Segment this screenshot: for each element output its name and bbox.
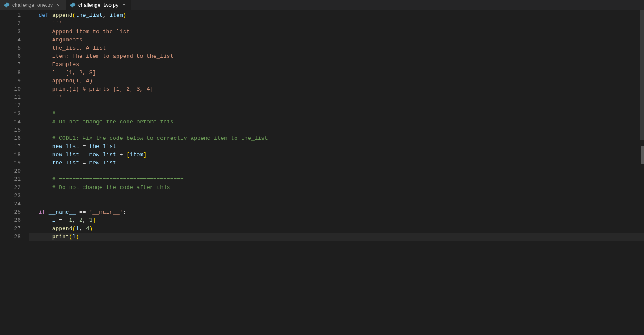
code-line[interactable] bbox=[29, 167, 644, 175]
line-number: 17 bbox=[0, 142, 29, 151]
token-op bbox=[38, 225, 52, 232]
code-line[interactable]: if __name__ == '__main__': bbox=[29, 208, 644, 216]
code-line[interactable]: # ===================================== bbox=[29, 175, 644, 183]
token-brk: [ bbox=[66, 217, 69, 224]
token-str: '__main__' bbox=[89, 209, 123, 215]
code-line[interactable]: the_list = new_list bbox=[29, 159, 644, 167]
token-str: Arguments bbox=[52, 37, 83, 43]
token-op: : bbox=[126, 12, 130, 19]
code-line[interactable]: Arguments bbox=[29, 36, 644, 44]
token-str: l = [1, 2, 3] bbox=[52, 70, 96, 76]
tab-challenge_one-py[interactable]: challenge_one.py bbox=[0, 0, 66, 10]
code-line[interactable]: # CODE1: Fix the code below to correctly… bbox=[29, 134, 644, 142]
token-fn: append bbox=[52, 12, 73, 19]
code-area[interactable]: def append(the_list, item): ''' Append i… bbox=[29, 10, 644, 335]
token-op: = bbox=[55, 217, 65, 224]
token-brk: ) bbox=[76, 234, 79, 240]
token-kw: def bbox=[38, 12, 52, 19]
line-number: 5 bbox=[0, 44, 29, 52]
code-line[interactable] bbox=[29, 192, 644, 200]
token-var: l bbox=[76, 225, 79, 232]
token-str: print(l) # prints [1, 2, 3, 4] bbox=[52, 86, 153, 92]
token-cmt: # ===================================== bbox=[52, 111, 184, 117]
token-op bbox=[38, 152, 52, 158]
token-op bbox=[38, 119, 52, 125]
token-str: item: The item to append to the_list bbox=[52, 53, 174, 60]
line-number: 11 bbox=[0, 93, 29, 101]
token-op bbox=[38, 176, 52, 183]
scrollbar-thumb[interactable] bbox=[640, 10, 644, 140]
code-line[interactable]: item: The item to append to the_list bbox=[29, 52, 644, 60]
token-var: new_list bbox=[52, 143, 79, 150]
line-number: 12 bbox=[0, 101, 29, 110]
token-cmt: # Do not change the code before this bbox=[52, 119, 174, 125]
token-op bbox=[38, 20, 52, 27]
code-line[interactable]: print(l) bbox=[29, 233, 644, 241]
close-icon[interactable] bbox=[121, 2, 127, 8]
token-op bbox=[38, 86, 52, 92]
token-str: Append item to the_list bbox=[52, 28, 130, 35]
token-kw2: if bbox=[38, 209, 45, 215]
token-num: 2 bbox=[79, 217, 83, 224]
token-op bbox=[38, 184, 52, 191]
code-line[interactable] bbox=[29, 126, 644, 134]
token-str: ''' bbox=[52, 20, 62, 27]
code-line[interactable]: # Do not change the code before this bbox=[29, 118, 644, 126]
line-number-gutter: 1234567891011121314151617181920212223242… bbox=[0, 10, 29, 335]
tab-label: challenge_two.py bbox=[78, 2, 118, 8]
line-number: 9 bbox=[0, 77, 29, 85]
code-line[interactable]: the_list: A list bbox=[29, 44, 644, 52]
line-number: 14 bbox=[0, 118, 29, 126]
line-number: 16 bbox=[0, 134, 29, 142]
overview-ruler-mark bbox=[641, 146, 644, 164]
token-var: new_list bbox=[52, 152, 79, 158]
token-op bbox=[38, 111, 52, 117]
line-number: 26 bbox=[0, 216, 29, 224]
token-op bbox=[38, 160, 52, 166]
close-icon[interactable] bbox=[55, 2, 61, 8]
code-line[interactable]: l = [1, 2, 3] bbox=[29, 69, 644, 77]
code-line[interactable]: ''' bbox=[29, 19, 644, 28]
code-line[interactable]: append(l, 4) bbox=[29, 224, 644, 233]
code-line[interactable] bbox=[29, 101, 644, 110]
code-line[interactable]: print(l) # prints [1, 2, 3, 4] bbox=[29, 85, 644, 93]
token-var: new_list bbox=[89, 160, 116, 166]
code-line[interactable]: # Do not change the code after this bbox=[29, 183, 644, 192]
code-line[interactable]: l = [1, 2, 3] bbox=[29, 216, 644, 224]
code-line[interactable] bbox=[29, 200, 644, 208]
code-line[interactable]: # ===================================== bbox=[29, 110, 644, 118]
token-op bbox=[38, 78, 52, 84]
token-op: + bbox=[116, 152, 126, 158]
tab-bar: challenge_one.pychallenge_two.py bbox=[0, 0, 644, 10]
line-number: 1 bbox=[0, 11, 29, 19]
code-line[interactable]: ''' bbox=[29, 93, 644, 101]
code-line[interactable]: new_list = the_list bbox=[29, 142, 644, 151]
line-number: 22 bbox=[0, 183, 29, 192]
code-line[interactable]: append(l, 4) bbox=[29, 77, 644, 85]
token-str: the_list: A list bbox=[52, 45, 106, 51]
token-brk: [ bbox=[126, 152, 130, 158]
token-op: , bbox=[72, 217, 79, 224]
code-line[interactable]: new_list = new_list + [item] bbox=[29, 151, 644, 159]
tab-challenge_two-py[interactable]: challenge_two.py bbox=[66, 0, 132, 10]
python-file-icon bbox=[70, 2, 76, 8]
token-op bbox=[38, 94, 52, 101]
line-number: 7 bbox=[0, 60, 29, 69]
editor[interactable]: 1234567891011121314151617181920212223242… bbox=[0, 10, 644, 335]
code-line[interactable]: Examples bbox=[29, 60, 644, 69]
token-var: the_list bbox=[76, 12, 102, 19]
token-op bbox=[38, 217, 52, 224]
line-number: 20 bbox=[0, 167, 29, 175]
code-line[interactable]: Append item to the_list bbox=[29, 28, 644, 36]
token-str: append(l, 4) bbox=[52, 78, 93, 84]
vertical-scrollbar[interactable] bbox=[640, 10, 644, 335]
code-line[interactable]: def append(the_list, item): bbox=[29, 11, 644, 19]
token-op bbox=[38, 28, 52, 35]
token-op: , bbox=[103, 12, 110, 19]
line-number: 24 bbox=[0, 200, 29, 208]
line-number: 13 bbox=[0, 110, 29, 118]
tab-label: challenge_one.py bbox=[12, 2, 53, 8]
line-number: 25 bbox=[0, 208, 29, 216]
token-fn: print bbox=[52, 234, 69, 240]
token-op: , bbox=[79, 225, 86, 232]
